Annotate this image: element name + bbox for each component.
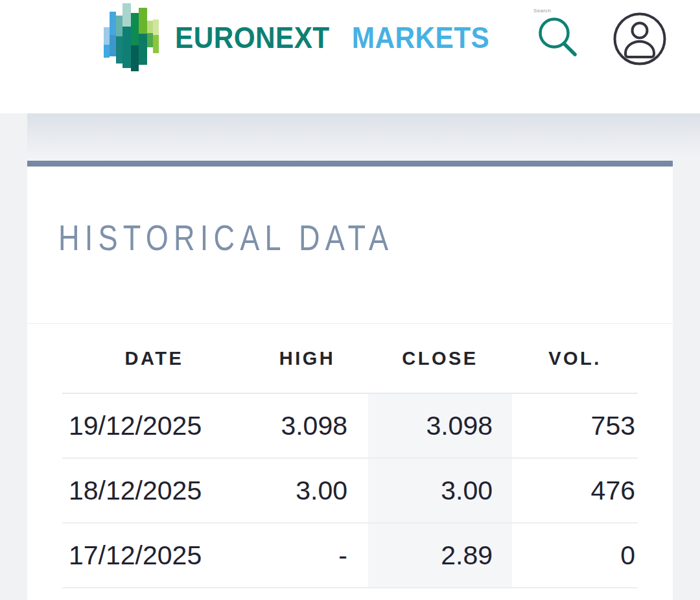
menu-button[interactable] [27,24,61,52]
app-header: EURONEXT MARKETS Search [0,0,700,113]
euronext-logo-icon[interactable] [97,1,170,74]
column-header-high: HIGH [246,324,368,393]
column-header-vol: VOL. [512,324,638,393]
table-row: 18/12/2025 3.00 3.00 476 [62,458,638,523]
date-cell: 18/12/2025 [62,458,246,523]
brand-markets: MARKETS [352,19,489,55]
vol-cell: 0 [512,523,638,588]
page-title: HISTORICAL DATA [58,217,393,259]
user-icon [612,12,668,67]
brand-euronext: EURONEXT [175,19,330,55]
date-cell: 17/12/2025 [62,523,246,588]
search-label: Search [533,8,551,14]
column-header-date: DATE [62,324,246,393]
vol-cell: 753 [512,393,638,458]
card-title-section: HISTORICAL DATA [27,167,673,324]
search-button[interactable] [537,16,582,61]
high-cell: - [246,523,368,588]
brand-wordmark[interactable]: EURONEXT MARKETS [175,0,489,75]
close-cell: 3.00 [368,458,512,523]
historical-data-table: DATE HIGH CLOSE VOL. 19/12/2025 3.098 3.… [62,324,638,588]
vol-cell: 476 [512,458,638,523]
historical-data-card: HISTORICAL DATA DATE HIGH CLOSE VOL. 19/… [27,161,673,600]
close-cell: 2.89 [368,523,512,588]
high-cell: 3.00 [246,458,368,523]
search-icon [537,16,582,61]
table-row: 17/12/2025 - 2.89 0 [62,523,638,588]
column-header-close: CLOSE [368,324,512,393]
profile-button[interactable] [612,12,668,67]
header-shadow-strip [27,113,700,161]
high-cell: 3.098 [246,393,368,458]
close-cell: 3.098 [368,393,512,458]
date-cell: 19/12/2025 [62,393,246,458]
table-header-row: DATE HIGH CLOSE VOL. [62,324,638,393]
table-row: 19/12/2025 3.098 3.098 753 [62,393,638,458]
